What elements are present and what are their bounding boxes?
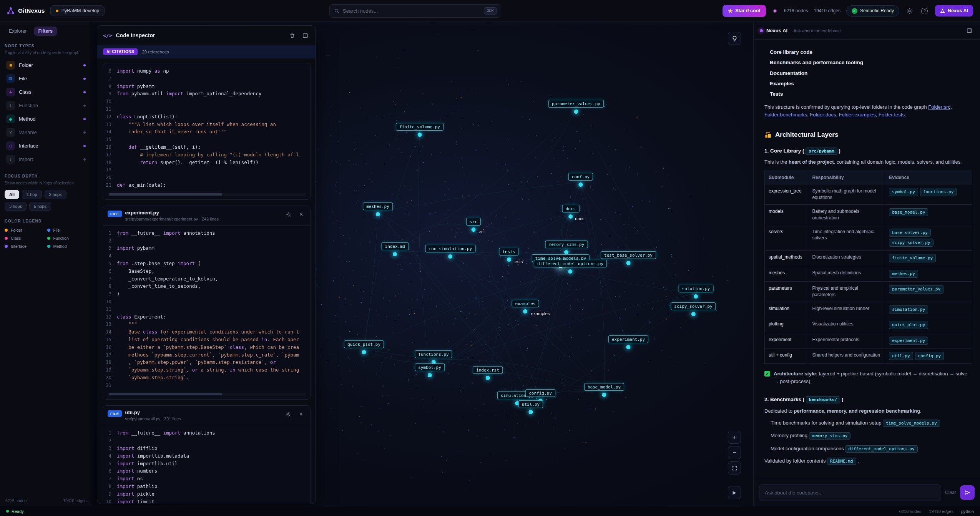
graph-node-finite-volume-py[interactable]: finite_volume.py bbox=[396, 123, 443, 131]
graph-link-folder-examples[interactable]: Folder:examples bbox=[839, 112, 876, 118]
graph-node-parameter-values-py[interactable]: parameter_values.py bbox=[548, 100, 604, 108]
node-dot[interactable] bbox=[602, 393, 606, 397]
benchmark-chip-memory-sims-py[interactable]: memory_sims.py bbox=[809, 432, 851, 440]
evidence-chip-finite-volume-py[interactable]: finite_volume.py bbox=[889, 254, 936, 262]
node-dot[interactable] bbox=[626, 345, 631, 349]
ask-codebase-input[interactable] bbox=[759, 484, 941, 501]
focus-depth-5-hops[interactable]: 5 hops bbox=[29, 202, 51, 211]
node-type-function[interactable]: ƒFunction bbox=[5, 99, 87, 112]
evidence-chip-simulation-py[interactable]: simulation.py bbox=[889, 305, 928, 314]
graph-node-memory-sims-py[interactable]: memory_sims.py bbox=[545, 241, 588, 248]
graph-node-quick-plot-py[interactable]: quick_plot.py bbox=[344, 340, 384, 348]
focus-depth-all[interactable]: All bbox=[5, 190, 19, 199]
node-type-variable[interactable]: xVariable bbox=[5, 126, 87, 139]
node-type-import[interactable]: ↓Import bbox=[5, 153, 87, 166]
node-dot[interactable] bbox=[568, 269, 573, 274]
node-dot[interactable] bbox=[362, 350, 366, 354]
send-message-button[interactable] bbox=[960, 485, 975, 500]
node-dot[interactable] bbox=[448, 254, 453, 259]
help-button[interactable]: ? bbox=[920, 6, 929, 15]
focus-depth-2-hops[interactable]: 2 hops bbox=[45, 190, 66, 199]
graph-node-symbol-py[interactable]: symbol.py bbox=[415, 363, 445, 371]
graph-node-functions-py[interactable]: functions.py bbox=[415, 350, 452, 358]
star-repo-button[interactable]: ★ Star if cool bbox=[723, 5, 766, 17]
evidence-chip-quick-plot-py[interactable]: quick_plot.py bbox=[889, 321, 928, 329]
graph-node-experiment-py[interactable]: experiment.py bbox=[608, 335, 648, 343]
graph-node-different-model-options-py[interactable]: different_model_options.py bbox=[534, 260, 607, 267]
node-dot[interactable] bbox=[485, 376, 490, 380]
node-dot[interactable] bbox=[523, 309, 527, 314]
scrollbar-thumb[interactable] bbox=[109, 393, 222, 395]
node-dot[interactable] bbox=[578, 183, 583, 187]
zoom-out-button[interactable]: − bbox=[728, 446, 741, 459]
fit-view-button[interactable] bbox=[728, 461, 741, 475]
settings-button[interactable] bbox=[905, 6, 914, 15]
ai-collapse-button[interactable] bbox=[965, 26, 974, 35]
evidence-chip-experiment-py[interactable]: experiment.py bbox=[889, 337, 928, 345]
graph-node-base-model-py[interactable]: base_model.py bbox=[584, 383, 624, 391]
graph-node-solution-py[interactable]: solution.py bbox=[679, 285, 714, 292]
repo-selector[interactable]: PyBaMM-develop bbox=[50, 5, 105, 16]
graph-node-index-rst[interactable]: index.rst bbox=[473, 366, 503, 374]
graph-link-folder-tests[interactable]: Folder:tests bbox=[879, 112, 905, 118]
node-dot[interactable] bbox=[626, 261, 631, 265]
node-type-method[interactable]: ◆Method bbox=[5, 112, 87, 126]
node-dot[interactable] bbox=[694, 294, 698, 299]
graph-node-config-py[interactable]: config.py bbox=[525, 389, 555, 397]
node-type-file[interactable]: ▤File bbox=[5, 72, 87, 85]
node-type-interface[interactable]: ◇Interface bbox=[5, 139, 87, 153]
graph-link-folder-docs[interactable]: Folder:docs bbox=[810, 112, 836, 118]
evidence-chip-base-model-py[interactable]: base_model.py bbox=[889, 208, 928, 216]
graph-node-tests[interactable]: teststests bbox=[499, 248, 518, 256]
node-type-folder[interactable]: ■Folder bbox=[5, 58, 87, 72]
evidence-chip-meshes-py[interactable]: meshes.py bbox=[889, 270, 918, 278]
focus-depth-1-hop[interactable]: 1 hop bbox=[22, 190, 42, 199]
horizontal-scrollbar[interactable] bbox=[108, 193, 306, 196]
graph-node-examples[interactable]: examplesexamples bbox=[512, 300, 539, 307]
benchmarks-chip[interactable]: benchmarks/ bbox=[806, 396, 840, 403]
node-dot[interactable] bbox=[427, 373, 432, 377]
node-dot[interactable] bbox=[565, 250, 569, 254]
search-input[interactable] bbox=[343, 8, 481, 14]
src-pybamm-chip[interactable]: src/pybamm bbox=[806, 148, 837, 155]
graph-node-src[interactable]: srcsrc bbox=[466, 218, 481, 226]
clear-chat-button[interactable]: Clear bbox=[945, 490, 956, 495]
graph-link-folder-benchmarks[interactable]: Folder:benchmarks bbox=[764, 112, 807, 118]
card-settings-button[interactable] bbox=[284, 210, 293, 219]
node-dot[interactable] bbox=[569, 214, 573, 219]
graph-link-folder-src[interactable]: Folder:src bbox=[928, 104, 950, 110]
clear-citations-button[interactable] bbox=[287, 31, 297, 40]
code-cards-list[interactable]: 6import numpy as np7 8import pybamm9from… bbox=[97, 58, 316, 504]
node-dot[interactable] bbox=[375, 212, 380, 216]
node-dot[interactable] bbox=[528, 410, 533, 414]
graph-node-scipy-solver-py[interactable]: scipy_solver.py bbox=[671, 302, 716, 310]
node-dot[interactable] bbox=[393, 252, 397, 256]
nexus-ai-button[interactable]: Nexus AI bbox=[935, 5, 973, 17]
play-layout-button[interactable]: ▶ bbox=[728, 486, 741, 499]
graph-node-util-py[interactable]: util.py bbox=[518, 400, 543, 408]
node-type-class[interactable]: ●Class bbox=[5, 85, 87, 99]
tab-explorer[interactable]: Explorer bbox=[5, 27, 31, 36]
card-settings-button[interactable] bbox=[284, 410, 293, 419]
card-close-button[interactable]: × bbox=[297, 210, 306, 219]
focus-depth-3-hops[interactable]: 3 hops bbox=[5, 202, 27, 211]
collapse-panel-button[interactable] bbox=[301, 31, 310, 40]
node-dot[interactable] bbox=[472, 227, 476, 232]
evidence-chip-symbol-py[interactable]: symbol.py bbox=[889, 188, 918, 196]
insights-bulb-button[interactable] bbox=[728, 32, 741, 45]
card-close-button[interactable]: × bbox=[297, 410, 306, 419]
evidence-chip-base-solver-py[interactable]: base_solver.py bbox=[889, 229, 931, 237]
tab-filters[interactable]: Filters bbox=[34, 27, 57, 36]
graph-node-docs[interactable]: docsdocs bbox=[562, 205, 580, 212]
graph-node-conf-py[interactable]: conf.py bbox=[568, 173, 593, 181]
node-search[interactable]: ⌘K bbox=[329, 4, 501, 18]
graph-node-run-simulation-py[interactable]: run_simulation.py bbox=[425, 245, 476, 252]
scrollbar-thumb[interactable] bbox=[109, 193, 222, 196]
node-dot[interactable] bbox=[691, 312, 696, 316]
graph-node-meshes-py[interactable]: meshes.py bbox=[363, 202, 393, 210]
evidence-chip-scipy-solver-py[interactable]: scipy_solver.py bbox=[889, 239, 933, 247]
benchmark-chip-time-solve-models-py[interactable]: time_solve_models.py bbox=[883, 420, 940, 427]
evidence-chip-parameter-values-py[interactable]: parameter_values.py bbox=[889, 285, 943, 293]
benchmark-chip-different-model-options-py[interactable]: different_model_options.py bbox=[845, 445, 917, 453]
evidence-chip-util-py[interactable]: util.py bbox=[889, 352, 913, 360]
